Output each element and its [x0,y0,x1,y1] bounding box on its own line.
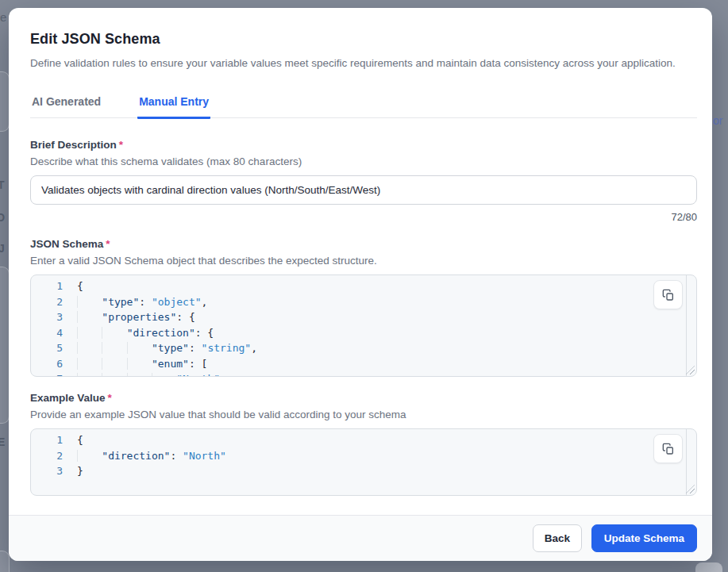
resize-handle[interactable] [686,485,695,493]
resize-handle[interactable] [686,366,695,374]
json-schema-code-editor[interactable]: 1234567 { "type": "object", "properties"… [30,274,697,377]
copy-icon [662,443,675,455]
dialog-footer: Back Update Schema [9,515,712,561]
tab-bar: AI Generated Manual Entry [30,95,697,118]
background-text-fragment: E [0,436,5,448]
dialog-subtitle: Define validation rules to ensure your v… [30,57,689,69]
required-asterisk: * [108,392,112,404]
json-schema-helper: Enter a valid JSON Schema object that de… [30,255,377,267]
json-schema-label-text: JSON Schema [30,238,103,250]
back-button[interactable]: Back [533,524,582,552]
page: { "backdrop": { "edge_texts": { "e": "e"… [0,0,728,572]
background-panel-edge [0,551,10,572]
copy-button[interactable] [653,280,683,309]
background-panel-edge [695,562,722,572]
background-link-fragment: or [713,114,722,127]
line-numbers-gutter: 123 [31,429,63,495]
background-text-fragment: T [0,179,5,191]
brief-description-label: Brief Description* [30,139,123,151]
required-asterisk: * [119,139,123,151]
example-value-label-text: Example Value [30,392,106,404]
brief-description-input[interactable] [30,175,697,205]
brief-description-label-text: Brief Description [30,139,117,151]
json-schema-label: JSON Schema* [30,238,110,250]
dialog-title: Edit JSON Schema [30,31,160,48]
example-value-code-editor[interactable]: 123 { "direction": "North"} [30,428,697,496]
tab-manual-entry[interactable]: Manual Entry [137,95,210,119]
copy-button[interactable] [653,434,683,463]
copy-icon [662,289,675,301]
background-text-fragment: D [0,211,5,224]
required-asterisk: * [106,238,110,250]
character-counter: 72/80 [30,211,697,223]
example-value-label: Example Value* [30,392,112,404]
brief-description-helper: Describe what this schema validates (max… [30,155,302,167]
background-text-fragment: e [0,10,6,24]
example-value-helper: Provide an example JSON value that shoul… [30,409,406,420]
code-content: { "type": "object", "properties": { "dir… [63,275,257,376]
background-text-fragment: J [0,242,5,255]
line-numbers-gutter: 1234567 [31,275,63,376]
update-schema-button[interactable]: Update Schema [591,524,697,552]
code-content: { "direction": "North"} [63,429,226,495]
edit-json-schema-dialog: Edit JSON Schema Define validation rules… [9,8,712,561]
tab-ai-generated[interactable]: AI Generated [30,95,102,119]
